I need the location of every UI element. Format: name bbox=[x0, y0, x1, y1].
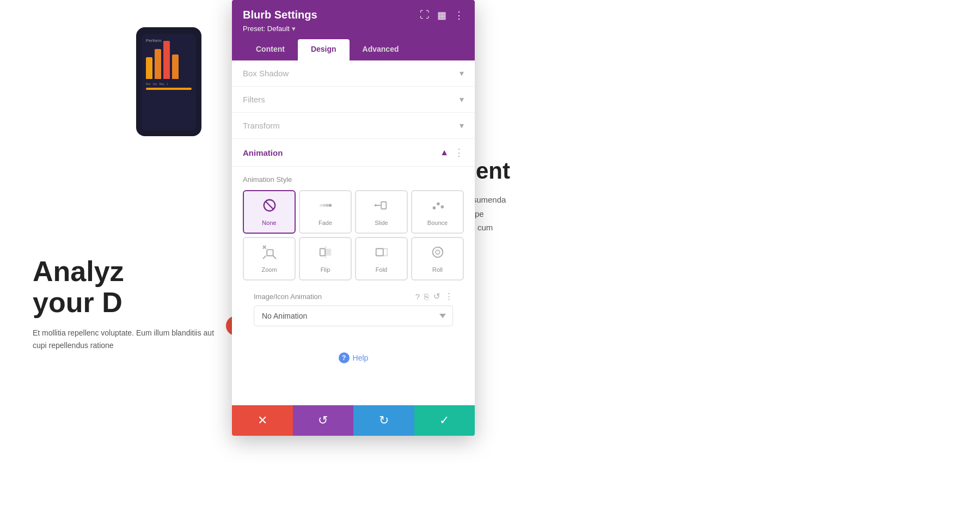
zoom-icon bbox=[262, 245, 277, 262]
animation-title: Animation bbox=[243, 148, 283, 157]
save-button[interactable]: ✓ bbox=[414, 405, 475, 436]
svg-rect-13 bbox=[267, 249, 273, 255]
help-section[interactable]: ? Help bbox=[232, 344, 475, 372]
reset-icon[interactable]: ↺ bbox=[433, 291, 440, 301]
animation-body: Animation Style None bbox=[232, 167, 475, 344]
svg-point-11 bbox=[437, 202, 440, 205]
animation-header[interactable]: Animation ▲ ⋮ bbox=[232, 139, 475, 167]
chart-bar-4 bbox=[172, 54, 179, 79]
hero-heading-line2: your D bbox=[33, 287, 218, 318]
slide-icon bbox=[374, 198, 389, 215]
phone-month-labels: Mar Apr May J bbox=[146, 82, 192, 86]
anim-style-bounce[interactable]: Bounce bbox=[411, 190, 464, 234]
redo-icon: ↻ bbox=[379, 413, 389, 428]
fade-icon bbox=[318, 198, 333, 215]
anim-style-roll[interactable]: Roll bbox=[411, 237, 464, 281]
anim-style-none[interactable]: None bbox=[243, 190, 296, 234]
modal-footer: ✕ ↺ ↻ ✓ bbox=[232, 405, 475, 436]
anim-bounce-label: Bounce bbox=[427, 220, 448, 226]
anim-style-zoom[interactable]: Zoom bbox=[243, 237, 296, 281]
svg-line-1 bbox=[265, 202, 273, 210]
modal-preset-text: Preset: Default bbox=[243, 25, 290, 33]
transform-label: Transform bbox=[243, 121, 280, 130]
cancel-icon: ✕ bbox=[258, 413, 267, 428]
tab-design[interactable]: Design bbox=[298, 39, 350, 60]
flip-icon bbox=[318, 245, 333, 262]
anim-slide-label: Slide bbox=[375, 220, 388, 226]
more-options-icon[interactable]: ⋮ bbox=[454, 9, 464, 21]
anim-fade-label: Fade bbox=[318, 220, 332, 226]
hero-heading: Analyz your D bbox=[33, 256, 218, 318]
svg-point-4 bbox=[326, 204, 329, 207]
svg-rect-18 bbox=[320, 248, 324, 255]
modal-title: Blurb Settings bbox=[243, 9, 317, 21]
undo-button[interactable]: ↺ bbox=[293, 405, 354, 436]
svg-point-2 bbox=[319, 204, 322, 207]
modal-body: Box Shadow ▾ Filters ▾ Transform ▾ Anima… bbox=[232, 60, 475, 405]
anim-style-fold[interactable]: Fold bbox=[355, 237, 408, 281]
tab-content[interactable]: Content bbox=[243, 39, 298, 60]
anim-style-slide[interactable]: Slide bbox=[355, 190, 408, 234]
anim-flip-label: Flip bbox=[321, 266, 330, 273]
box-shadow-section[interactable]: Box Shadow ▾ bbox=[232, 60, 475, 87]
chart-bar-2 bbox=[155, 49, 161, 79]
help-question-icon[interactable]: ? bbox=[415, 292, 420, 301]
image-icon-animation-select[interactable]: No Animation Pulse Spin Bounce Flash bbox=[254, 306, 453, 326]
cancel-button[interactable]: ✕ bbox=[232, 405, 293, 436]
box-shadow-chevron: ▾ bbox=[460, 68, 464, 78]
animation-more-icon[interactable]: ⋮ bbox=[454, 147, 464, 159]
bounce-icon bbox=[430, 198, 445, 215]
anim-zoom-label: Zoom bbox=[261, 266, 277, 273]
chart-bar-1 bbox=[146, 57, 152, 79]
filters-section[interactable]: Filters ▾ bbox=[232, 87, 475, 113]
svg-rect-19 bbox=[326, 248, 330, 255]
image-icon-animation-controls: ? ⎘ ↺ ⋮ bbox=[415, 291, 453, 301]
grid-icon[interactable]: ▦ bbox=[437, 9, 446, 21]
image-icon-animation-label: Image/Icon Animation bbox=[254, 292, 322, 301]
phone-mockup: Perform Mar Apr May J bbox=[136, 27, 201, 136]
animation-style-label: Animation Style bbox=[243, 175, 464, 184]
svg-point-10 bbox=[432, 206, 436, 210]
modal-tabs: Content Design Advanced bbox=[243, 39, 464, 60]
filters-chevron: ▾ bbox=[460, 94, 464, 105]
roll-icon bbox=[430, 245, 445, 262]
background-content: Perform Mar Apr May J Analyz bbox=[0, 0, 980, 512]
anim-none-label: None bbox=[262, 220, 276, 226]
copy-icon[interactable]: ⎘ bbox=[424, 292, 429, 301]
svg-line-17 bbox=[273, 256, 276, 259]
phone-chart-bars bbox=[146, 46, 192, 79]
anim-style-fade[interactable]: Fade bbox=[299, 190, 352, 234]
anim-roll-label: Roll bbox=[432, 266, 443, 273]
phone-bottom-bar bbox=[146, 88, 192, 90]
image-icon-animation-header: Image/Icon Animation ? ⎘ ↺ ⋮ bbox=[254, 291, 453, 301]
svg-point-12 bbox=[440, 205, 444, 209]
animation-chevron-up[interactable]: ▲ bbox=[440, 148, 449, 157]
tab-advanced[interactable]: Advanced bbox=[350, 39, 412, 60]
modal-header-icons: ⛶ ▦ ⋮ bbox=[420, 9, 464, 21]
help-icon: ? bbox=[339, 352, 350, 363]
svg-line-16 bbox=[262, 256, 266, 259]
image-icon-animation-section: Image/Icon Animation ? ⎘ ↺ ⋮ No Animatio… bbox=[243, 291, 464, 335]
animation-section: Animation ▲ ⋮ Animation Style bbox=[232, 139, 475, 344]
redo-button[interactable]: ↻ bbox=[353, 405, 414, 436]
svg-rect-21 bbox=[376, 248, 383, 255]
svg-rect-6 bbox=[381, 202, 386, 209]
none-icon bbox=[262, 198, 277, 215]
fullscreen-icon[interactable]: ⛶ bbox=[420, 9, 430, 21]
bg-left-section: Perform Mar Apr May J Analyz bbox=[0, 0, 234, 373]
modal-header: Blurb Settings ⛶ ▦ ⋮ Preset: Default ▾ C… bbox=[232, 0, 475, 60]
blurb-settings-modal: Blurb Settings ⛶ ▦ ⋮ Preset: Default ▾ C… bbox=[232, 0, 475, 436]
modal-preset[interactable]: Preset: Default ▾ bbox=[243, 25, 464, 33]
svg-point-3 bbox=[322, 204, 326, 207]
undo-icon: ↺ bbox=[318, 413, 328, 428]
box-shadow-label: Box Shadow bbox=[243, 69, 289, 78]
transform-chevron: ▾ bbox=[460, 120, 464, 131]
save-icon: ✓ bbox=[439, 413, 449, 428]
modal-title-row: Blurb Settings ⛶ ▦ ⋮ bbox=[243, 9, 464, 21]
anim-style-flip[interactable]: Flip bbox=[299, 237, 352, 281]
anim-fold-label: Fold bbox=[376, 266, 387, 273]
hero-body-text: Et mollitia repellenc voluptate. Eum ill… bbox=[33, 327, 218, 351]
more-icon[interactable]: ⋮ bbox=[445, 291, 453, 301]
transform-section[interactable]: Transform ▾ bbox=[232, 113, 475, 139]
fold-icon bbox=[374, 245, 389, 262]
